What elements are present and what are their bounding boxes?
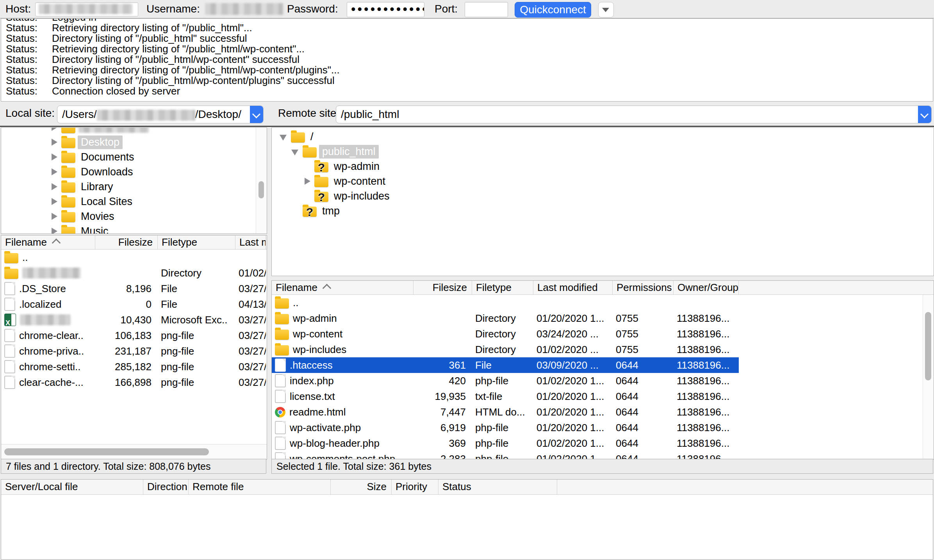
cell-type: php-file [472, 373, 533, 389]
expander-collapsed-icon[interactable] [48, 164, 61, 179]
file-row-wp-content[interactable]: wp-contentDirectory03/24/2020 ...0755113… [272, 326, 934, 342]
remote-list-scrollbar[interactable] [923, 295, 934, 459]
remote-list-scrollbar-thumb[interactable] [925, 312, 931, 380]
username-input[interactable] [205, 3, 283, 15]
tree-item-wp-content[interactable]: wp-content [272, 174, 934, 189]
password-input[interactable]: •••••••••••• [347, 2, 424, 17]
file-row-chrome-clear..[interactable]: chrome-clear..106,183png-file03/27/ [1, 328, 267, 343]
column-header-filename[interactable]: Filename [272, 281, 414, 294]
transfer-queue-header[interactable]: Server/Local fileDirectionRemote fileSiz… [1, 480, 933, 495]
file-row-..[interactable]: .. [272, 295, 934, 310]
expander-collapsed-icon[interactable] [48, 150, 61, 164]
expander-collapsed-icon[interactable] [48, 135, 61, 150]
column-header-filetype[interactable]: Filetype [158, 235, 235, 249]
remote-site-label: Remote site: [278, 101, 339, 126]
column-header-server-local-file[interactable]: Server/Local file [1, 480, 143, 494]
tree-item-downloads[interactable]: Downloads [1, 164, 267, 179]
expander-collapsed-icon[interactable] [48, 209, 61, 224]
column-header-filesize[interactable]: Filesize [95, 235, 158, 249]
filename-label: index.php [290, 373, 334, 389]
file-row-wp-blog-header.php[interactable]: wp-blog-header.php369php-file01/02/2020 … [272, 435, 934, 451]
file-row-..[interactable]: .. [1, 250, 267, 265]
expander-collapsed-icon[interactable] [48, 127, 61, 135]
local-list-horizontal-scrollbar[interactable] [1, 444, 267, 459]
cell-name: .DS_Store [1, 281, 95, 296]
local-tree-scrollbar-thumb[interactable] [258, 181, 264, 198]
quickconnect-dropdown-button[interactable] [598, 2, 614, 18]
column-header-permissions[interactable]: Permissions [613, 281, 674, 294]
file-row-index.php[interactable]: index.php420php-file01/02/2020 1...06441… [272, 373, 934, 389]
cell-type: Directory [158, 265, 235, 281]
file-row-.htaccess[interactable]: .htaccess361File03/09/2020 ...0644113881… [272, 357, 739, 373]
port-input[interactable] [465, 2, 508, 17]
column-header-priority[interactable]: Priority [392, 480, 438, 494]
file-row-redacted[interactable]: Directory01/02/ [1, 265, 267, 281]
tree-item-local-sites[interactable]: Local Sites [1, 194, 267, 209]
local-path-dropdown-button[interactable] [250, 106, 263, 123]
file-row-clear-cache-...[interactable]: clear-cache-...166,898png-file03/27/ [1, 375, 267, 390]
column-header-label: Filesize [118, 236, 153, 248]
local-list-scrollbar-thumb[interactable] [4, 448, 209, 455]
file-row-readme.html[interactable]: readme.html7,447HTML do...01/20/2020 1..… [272, 404, 934, 420]
cell-date: 01/20/2020 1... [533, 389, 613, 404]
cell-name: license.txt [272, 389, 414, 404]
column-header-direction[interactable]: Direction [143, 480, 189, 494]
file-row-wp-activate.php[interactable]: wp-activate.php6,919php-file01/20/2020 1… [272, 420, 934, 435]
column-header-size[interactable]: Size [331, 480, 392, 494]
tree-item-movies[interactable]: Movies [1, 209, 267, 224]
file-row-chrome-setti..[interactable]: chrome-setti..285,182png-file03/27/ [1, 359, 267, 375]
file-row-wp-comments-post.php[interactable]: wp-comments-post.php2,283php-file01/02/2… [272, 451, 934, 460]
file-row-.ds-store[interactable]: .DS_Store8,196File03/27/ [1, 281, 267, 296]
tree-item-wp-includes[interactable]: wp-includes [272, 189, 934, 203]
file-row-wp-admin[interactable]: wp-adminDirectory01/20/2020 1...07551138… [272, 310, 934, 326]
tree-item-music[interactable]: Music [1, 224, 267, 234]
file-row-license.txt[interactable]: license.txt19,935txt-file01/20/2020 1...… [272, 389, 934, 404]
column-header-last-modified[interactable]: Last modified [533, 281, 613, 294]
file-row-chrome-priva..[interactable]: chrome-priva..231,187png-file03/27/ [1, 343, 267, 359]
cell-size: 285,182 [95, 359, 158, 375]
filename-label: wp-comments-post.php [290, 451, 395, 460]
cell-name: chrome-priva.. [1, 343, 95, 359]
file-row-wp-includes[interactable]: wp-includesDirectory01/02/2020 ...075511… [272, 342, 934, 357]
expander-collapsed-icon[interactable] [48, 224, 61, 234]
column-header-owner-group[interactable]: Owner/Group [674, 281, 739, 294]
file-row-redacted[interactable]: 10,430Microsoft Exc..03/27/ [1, 312, 267, 328]
remote-site-path-field[interactable]: /public_html [336, 105, 932, 123]
filename-label: readme.html [289, 404, 346, 420]
remote-path-dropdown-button[interactable] [918, 106, 931, 123]
column-header-filename[interactable]: Filename [1, 235, 95, 249]
file-row-.localized[interactable]: .localized0File04/13/ [1, 296, 267, 312]
tree-item-redacted[interactable] [1, 127, 267, 135]
column-header-label: Server/Local file [5, 481, 78, 492]
local-list-header[interactable]: FilenameFilesizeFiletypeLast m [1, 235, 267, 250]
tree-item-tmp[interactable]: tmp [272, 203, 934, 218]
header-filler [739, 281, 934, 294]
expander-collapsed-icon[interactable] [48, 179, 61, 194]
remote-list-header[interactable]: FilenameFilesizeFiletypeLast modifiedPer… [272, 281, 934, 295]
expander-collapsed-icon[interactable] [48, 194, 61, 209]
tree-item--[interactable]: / [272, 129, 934, 144]
tree-item-wp-admin[interactable]: wp-admin [272, 159, 934, 174]
tree-item-documents[interactable]: Documents [1, 150, 267, 164]
column-header-last-m[interactable]: Last m [235, 235, 266, 249]
expander-collapsed-icon[interactable] [301, 174, 314, 189]
expander-open-icon[interactable] [278, 129, 291, 144]
tree-item-public-html[interactable]: public_html [272, 144, 934, 159]
tree-item-library[interactable]: Library [1, 179, 267, 194]
question-folder-icon [303, 207, 317, 217]
column-header-filetype[interactable]: Filetype [472, 281, 533, 294]
cell-name: .htaccess [272, 357, 414, 373]
tree-item-desktop[interactable]: Desktop [1, 135, 267, 150]
quickconnect-button[interactable]: Quickconnect [515, 2, 591, 18]
column-header-status[interactable]: Status [438, 480, 557, 494]
local-tree-scrollbar[interactable] [256, 128, 267, 234]
column-header-filesize[interactable]: Filesize [414, 281, 472, 294]
expander-open-icon[interactable] [289, 144, 303, 159]
cell-name: index.php [272, 373, 414, 389]
local-site-label: Local site: [5, 101, 55, 126]
cell-date: 01/02/2020 1... [533, 435, 613, 451]
column-header-remote-file[interactable]: Remote file [189, 480, 331, 494]
local-site-path-field[interactable]: /Users//Desktop/ [57, 105, 264, 123]
folder-icon [275, 330, 289, 340]
host-input[interactable] [35, 2, 138, 16]
